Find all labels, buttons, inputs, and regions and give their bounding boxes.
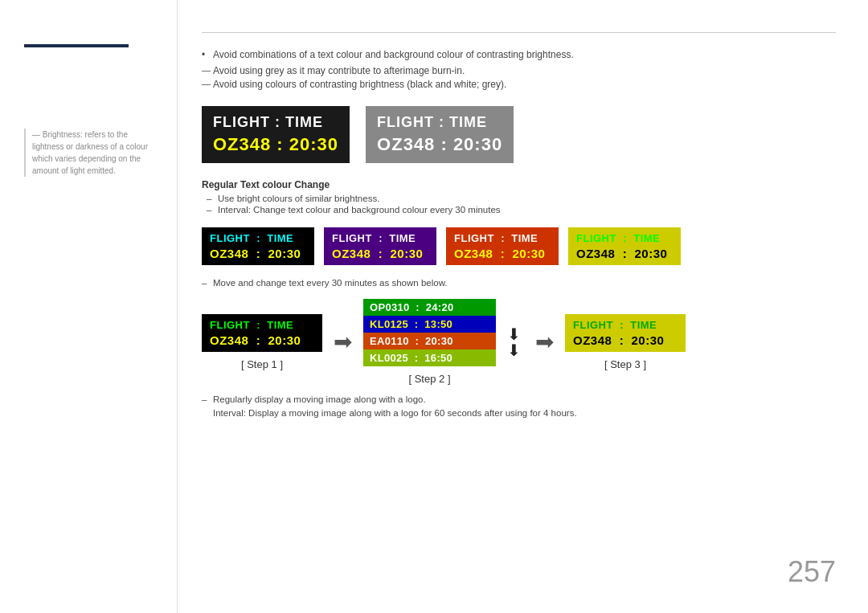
variant1-header: FLIGHT : TIME — [210, 232, 306, 244]
main-flight-box-gray: FLIGHT : TIME OZ348 : 20:30 — [366, 106, 514, 163]
dash-item-2: Avoid using colours of contrasting brigh… — [202, 79, 836, 90]
page-number: 257 — [788, 555, 836, 589]
step2-row-1: OP0310 : 24:20 — [363, 299, 496, 316]
steps-row: FLIGHT : TIME OZ348 : 20:30 [ Step 1 ] ➡… — [202, 299, 836, 385]
step1-data: OZ348 : 20:30 — [210, 333, 314, 347]
step2-box: OP0310 : 24:20 KL0125 : 13:50 EA0110 : 2… — [363, 299, 496, 366]
variant-box-4: FLIGHT : TIME OZ348 : 20:30 — [568, 227, 681, 265]
sidebar-top-bar — [24, 44, 129, 47]
step1-header: FLIGHT : TIME — [210, 319, 314, 331]
dash-item-1: Avoid using grey as it may contribute to… — [202, 65, 836, 76]
variant2-header: FLIGHT : TIME — [332, 232, 428, 244]
step2-label: [ Step 2 ] — [408, 373, 450, 385]
main-flight-box-dark: FLIGHT : TIME OZ348 : 20:30 — [202, 106, 350, 163]
sidebar: — Brightness: refers to the lightness or… — [0, 0, 177, 613]
dash-list: Avoid using grey as it may contribute to… — [202, 65, 836, 90]
main-box1-header: FLIGHT : TIME — [213, 114, 338, 131]
top-divider — [202, 32, 836, 33]
bottom-note: Regularly display a moving image along w… — [202, 393, 836, 421]
color-variants-row: FLIGHT : TIME OZ348 : 20:30 FLIGHT : TIM… — [202, 227, 836, 265]
bullet-item-1: Avoid combinations of a text colour and … — [202, 49, 836, 60]
step2-row-4: KL0025 : 16:50 — [363, 349, 496, 366]
sub-item-1: Use bright colours of similar brightness… — [202, 194, 836, 203]
step2-wrap: OP0310 : 24:20 KL0125 : 13:50 EA0110 : 2… — [363, 299, 496, 385]
arrow-down-2: ⬇ — [507, 342, 521, 358]
step1-wrap: FLIGHT : TIME OZ348 : 20:30 [ Step 1 ] — [202, 314, 322, 370]
bullet-list: Avoid combinations of a text colour and … — [202, 49, 836, 60]
step2-row-3: EA0110 : 20:30 — [363, 333, 496, 349]
steps-dash-note: Move and change text every 30 minutes as… — [202, 278, 836, 288]
sub-item-2: Interval: Change text colour and backgro… — [202, 205, 836, 215]
variant4-data: OZ348 : 20:30 — [576, 247, 673, 260]
arrow-down-1: ⬇ — [507, 326, 521, 342]
sidebar-note: — Brightness: refers to the lightness or… — [24, 129, 157, 177]
variant3-header: FLIGHT : TIME — [454, 232, 551, 244]
step3-header: FLIGHT : TIME — [573, 319, 678, 331]
variant-box-1: FLIGHT : TIME OZ348 : 20:30 — [202, 227, 314, 265]
sub-dash-list: Use bright colours of similar brightness… — [202, 194, 836, 215]
main-box2-data: OZ348 : 20:30 — [377, 134, 502, 155]
variant-box-2: FLIGHT : TIME OZ348 : 20:30 — [324, 227, 436, 265]
main-content: Avoid combinations of a text colour and … — [177, 0, 868, 613]
variant3-data: OZ348 : 20:30 — [454, 247, 551, 260]
step1-label: [ Step 1 ] — [241, 358, 283, 370]
step3-label: [ Step 3 ] — [604, 358, 646, 370]
section-title: Regular Text colour Change — [202, 179, 836, 190]
main-flight-displays-row: FLIGHT : TIME OZ348 : 20:30 FLIGHT : TIM… — [202, 106, 836, 163]
steps-section: Move and change text every 30 minutes as… — [202, 278, 836, 385]
step3-box: FLIGHT : TIME OZ348 : 20:30 — [565, 314, 686, 352]
arrow-down-group: ⬇ ⬇ — [507, 326, 521, 358]
step3-wrap: FLIGHT : TIME OZ348 : 20:30 [ Step 3 ] — [565, 314, 686, 370]
arrow-right-2: ➡ — [535, 329, 554, 355]
step2-row-2: KL0125 : 13:50 — [363, 316, 496, 333]
main-box1-data: OZ348 : 20:30 — [213, 134, 338, 155]
variant-box-3: FLIGHT : TIME OZ348 : 20:30 — [446, 227, 559, 265]
step1-box: FLIGHT : TIME OZ348 : 20:30 — [202, 314, 322, 352]
variant2-data: OZ348 : 20:30 — [332, 247, 428, 260]
page-container: — Brightness: refers to the lightness or… — [0, 0, 868, 613]
arrow-right-1: ➡ — [334, 329, 352, 355]
variant4-header: FLIGHT : TIME — [576, 232, 673, 244]
main-box2-header: FLIGHT : TIME — [377, 114, 502, 131]
step3-data: OZ348 : 20:30 — [573, 333, 678, 347]
variant1-data: OZ348 : 20:30 — [210, 247, 306, 260]
